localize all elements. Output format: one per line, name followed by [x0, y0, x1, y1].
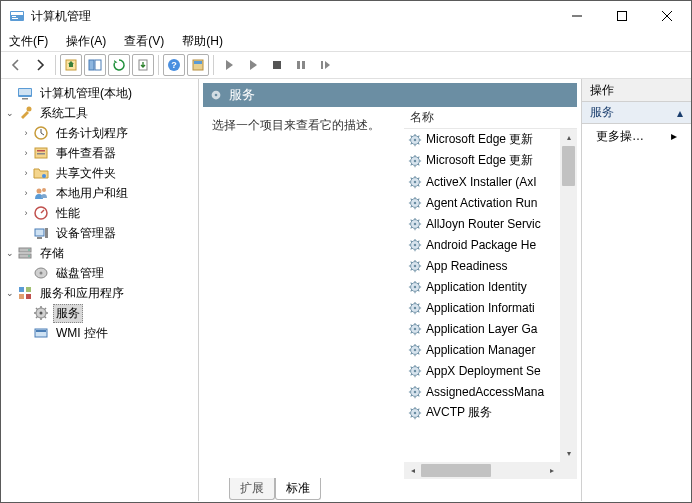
properties-button[interactable] [187, 54, 209, 76]
window-title: 计算机管理 [31, 8, 554, 25]
scroll-right-button[interactable]: ▸ [543, 462, 560, 479]
service-row[interactable]: AssignedAccessMana [404, 381, 560, 402]
stop-button[interactable] [266, 54, 288, 76]
actions-section[interactable]: 服务 ▴ [582, 102, 691, 124]
tree-wmi[interactable]: › WMI 控件 [1, 323, 198, 343]
service-row[interactable]: Microsoft Edge 更新 [404, 129, 560, 150]
scroll-up-button[interactable]: ▴ [560, 129, 577, 146]
tree-event-viewer[interactable]: › 事件查看器 [1, 143, 198, 163]
play-button[interactable] [218, 54, 240, 76]
tree-task-scheduler[interactable]: › 任务计划程序 [1, 123, 198, 143]
actions-header: 操作 [582, 79, 691, 102]
service-name: App Readiness [426, 259, 507, 273]
scroll-down-button[interactable]: ▾ [560, 445, 577, 462]
tree-system-tools[interactable]: ⌄ 系统工具 [1, 103, 198, 123]
back-button[interactable] [5, 54, 27, 76]
vertical-scrollbar[interactable]: ▴ ▾ [560, 129, 577, 462]
actions-more[interactable]: 更多操… ▸ [582, 124, 691, 148]
tree-local-users[interactable]: › 本地用户和组 [1, 183, 198, 203]
export-button[interactable] [132, 54, 154, 76]
show-hide-tree-button[interactable] [84, 54, 106, 76]
svg-rect-48 [36, 330, 46, 332]
tree-shared-folders[interactable]: › 共享文件夹 [1, 163, 198, 183]
svg-point-56 [414, 180, 416, 182]
service-row[interactable]: Application Identity [404, 276, 560, 297]
tab-standard[interactable]: 标准 [275, 478, 321, 500]
expander-icon[interactable]: › [19, 186, 33, 200]
expander-icon[interactable]: › [19, 146, 33, 160]
gear-icon [408, 217, 422, 231]
svg-point-40 [40, 272, 43, 275]
tree-label: 本地用户和组 [53, 184, 131, 203]
menu-action[interactable]: 操作(A) [64, 31, 108, 52]
help-button[interactable]: ? [163, 54, 185, 76]
menu-file[interactable]: 文件(F) [7, 31, 50, 52]
scroll-left-button[interactable]: ◂ [404, 462, 421, 479]
minimize-button[interactable] [554, 2, 599, 30]
tab-extended[interactable]: 扩展 [229, 478, 275, 500]
service-row[interactable]: Microsoft Edge 更新 [404, 150, 560, 171]
svg-rect-44 [26, 294, 31, 299]
service-row[interactable]: Application Manager [404, 339, 560, 360]
tree-services-apps[interactable]: ⌄ 服务和应用程序 [1, 283, 198, 303]
svg-point-50 [215, 94, 218, 97]
tree-performance[interactable]: › 性能 [1, 203, 198, 223]
horizontal-scrollbar[interactable]: ◂ ▸ [404, 462, 560, 479]
expander-icon[interactable]: ⌄ [3, 286, 17, 300]
column-header-name[interactable]: 名称 [404, 107, 577, 129]
expander-icon[interactable]: › [19, 166, 33, 180]
tree-device-manager[interactable]: › 设备管理器 [1, 223, 198, 243]
svg-point-74 [414, 369, 416, 371]
svg-rect-27 [37, 153, 45, 155]
up-button[interactable] [60, 54, 82, 76]
refresh-button[interactable] [108, 54, 130, 76]
wmi-icon [33, 325, 49, 341]
svg-rect-19 [321, 61, 323, 69]
restart-button[interactable] [314, 54, 336, 76]
svg-rect-22 [22, 98, 28, 100]
svg-point-64 [414, 264, 416, 266]
expander-icon[interactable]: › [19, 206, 33, 220]
service-row[interactable]: Application Layer Ga [404, 318, 560, 339]
forward-button[interactable] [29, 54, 51, 76]
service-name: AVCTP 服务 [426, 404, 492, 421]
column-label: 名称 [410, 109, 434, 126]
service-name: Agent Activation Run [426, 196, 537, 210]
maximize-button[interactable] [599, 2, 644, 30]
tree-disk-management[interactable]: › 磁盘管理 [1, 263, 198, 283]
toolbar: ? [1, 51, 691, 79]
menu-help[interactable]: 帮助(H) [180, 31, 225, 52]
service-row[interactable]: ActiveX Installer (AxI [404, 171, 560, 192]
tree-label: 计算机管理(本地) [37, 84, 135, 103]
service-row[interactable]: AppX Deployment Se [404, 360, 560, 381]
disk-icon [33, 265, 49, 281]
gear-icon [408, 322, 422, 336]
expander-icon[interactable]: › [19, 126, 33, 140]
tree-label: WMI 控件 [53, 324, 111, 343]
service-row[interactable]: Agent Activation Run [404, 192, 560, 213]
service-row[interactable]: App Readiness [404, 255, 560, 276]
tree-label: 磁盘管理 [53, 264, 107, 283]
service-row[interactable]: AVCTP 服务 [404, 402, 560, 423]
tab-strip: 扩展 标准 [199, 479, 581, 501]
pause-button[interactable] [290, 54, 312, 76]
expander-icon[interactable]: ⌄ [3, 106, 17, 120]
app-icon [9, 8, 25, 24]
tree-label: 服务和应用程序 [37, 284, 127, 303]
service-row[interactable]: Android Package He [404, 234, 560, 255]
svg-point-38 [28, 255, 30, 257]
close-button[interactable] [644, 2, 689, 30]
tree-storage[interactable]: ⌄ 存储 [1, 243, 198, 263]
service-row[interactable]: Application Informati [404, 297, 560, 318]
scroll-thumb[interactable] [562, 146, 575, 186]
menu-view[interactable]: 查看(V) [122, 31, 166, 52]
scroll-thumb[interactable] [421, 464, 491, 477]
play-button-2[interactable] [242, 54, 264, 76]
tree-root[interactable]: ▾ 计算机管理(本地) [1, 83, 198, 103]
tree-label: 共享文件夹 [53, 164, 119, 183]
service-row[interactable]: AllJoyn Router Servic [404, 213, 560, 234]
expander-icon[interactable]: ⌄ [3, 246, 17, 260]
tree-services[interactable]: › 服务 [1, 303, 198, 323]
svg-point-68 [414, 306, 416, 308]
title-bar: 计算机管理 [1, 1, 691, 31]
